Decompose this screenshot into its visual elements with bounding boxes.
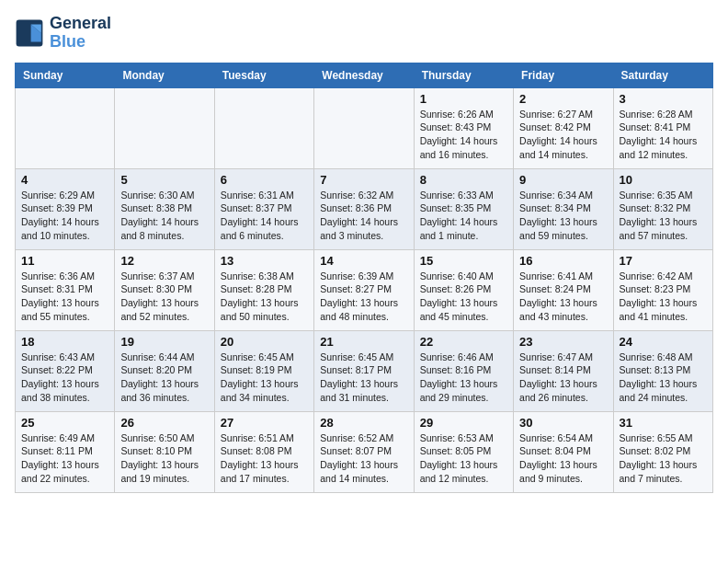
day-detail: Sunrise: 6:31 AM Sunset: 8:37 PM Dayligh… xyxy=(221,189,308,243)
calendar-cell: 12Sunrise: 6:37 AM Sunset: 8:30 PM Dayli… xyxy=(115,249,214,330)
day-detail: Sunrise: 6:48 AM Sunset: 8:13 PM Dayligh… xyxy=(620,350,707,405)
day-number: 7 xyxy=(320,173,407,187)
day-number: 25 xyxy=(21,416,108,430)
day-number: 30 xyxy=(519,416,607,430)
calendar-cell: 18Sunrise: 6:43 AM Sunset: 8:22 PM Dayli… xyxy=(16,330,115,411)
calendar-cell: 5Sunrise: 6:30 AM Sunset: 8:38 PM Daylig… xyxy=(115,168,214,249)
calendar-cell: 26Sunrise: 6:50 AM Sunset: 8:10 PM Dayli… xyxy=(115,411,214,492)
dow-header: Thursday xyxy=(414,63,513,87)
day-detail: Sunrise: 6:33 AM Sunset: 8:35 PM Dayligh… xyxy=(420,189,507,243)
day-number: 6 xyxy=(221,173,308,187)
day-detail: Sunrise: 6:47 AM Sunset: 8:14 PM Dayligh… xyxy=(519,350,607,405)
day-detail: Sunrise: 6:37 AM Sunset: 8:30 PM Dayligh… xyxy=(120,270,208,324)
day-number: 28 xyxy=(320,416,407,430)
calendar-cell: 19Sunrise: 6:44 AM Sunset: 8:20 PM Dayli… xyxy=(115,330,214,411)
day-number: 22 xyxy=(420,335,507,349)
calendar-cell: 29Sunrise: 6:53 AM Sunset: 8:05 PM Dayli… xyxy=(414,411,513,492)
logo-icon xyxy=(15,18,44,48)
day-number: 16 xyxy=(519,254,607,268)
day-detail: Sunrise: 6:40 AM Sunset: 8:26 PM Dayligh… xyxy=(420,270,507,324)
calendar-cell: 10Sunrise: 6:35 AM Sunset: 8:32 PM Dayli… xyxy=(613,168,712,249)
dow-header: Saturday xyxy=(613,63,712,87)
calendar-cell: 2Sunrise: 6:27 AM Sunset: 8:42 PM Daylig… xyxy=(514,87,613,168)
day-number: 5 xyxy=(120,173,208,187)
day-number: 9 xyxy=(519,173,607,187)
calendar-cell: 20Sunrise: 6:45 AM Sunset: 8:19 PM Dayli… xyxy=(214,330,313,411)
calendar-cell: 31Sunrise: 6:55 AM Sunset: 8:02 PM Dayli… xyxy=(613,411,712,492)
calendar-cell: 6Sunrise: 6:31 AM Sunset: 8:37 PM Daylig… xyxy=(214,168,313,249)
day-detail: Sunrise: 6:41 AM Sunset: 8:24 PM Dayligh… xyxy=(519,270,607,324)
calendar-cell xyxy=(314,87,414,168)
day-detail: Sunrise: 6:27 AM Sunset: 8:42 PM Dayligh… xyxy=(519,108,607,162)
day-number: 13 xyxy=(221,254,308,268)
day-detail: Sunrise: 6:42 AM Sunset: 8:23 PM Dayligh… xyxy=(620,270,707,324)
calendar-cell: 13Sunrise: 6:38 AM Sunset: 8:28 PM Dayli… xyxy=(214,249,313,330)
day-number: 31 xyxy=(620,416,707,430)
calendar-cell: 30Sunrise: 6:54 AM Sunset: 8:04 PM Dayli… xyxy=(514,411,613,492)
calendar-cell: 3Sunrise: 6:28 AM Sunset: 8:41 PM Daylig… xyxy=(613,87,712,168)
day-detail: Sunrise: 6:50 AM Sunset: 8:10 PM Dayligh… xyxy=(120,431,208,486)
calendar-cell xyxy=(115,87,214,168)
day-detail: Sunrise: 6:53 AM Sunset: 8:05 PM Dayligh… xyxy=(420,431,507,486)
day-detail: Sunrise: 6:38 AM Sunset: 8:28 PM Dayligh… xyxy=(221,270,308,324)
calendar-cell: 7Sunrise: 6:32 AM Sunset: 8:36 PM Daylig… xyxy=(314,168,414,249)
calendar-cell xyxy=(214,87,313,168)
day-detail: Sunrise: 6:45 AM Sunset: 8:17 PM Dayligh… xyxy=(320,350,407,405)
calendar-cell: 8Sunrise: 6:33 AM Sunset: 8:35 PM Daylig… xyxy=(414,168,513,249)
day-number: 18 xyxy=(21,335,108,349)
day-detail: Sunrise: 6:52 AM Sunset: 8:07 PM Dayligh… xyxy=(320,431,407,486)
dow-header: Friday xyxy=(514,63,613,87)
day-number: 2 xyxy=(519,92,607,106)
dow-header: Wednesday xyxy=(314,63,414,87)
calendar-cell: 4Sunrise: 6:29 AM Sunset: 8:39 PM Daylig… xyxy=(16,168,115,249)
day-detail: Sunrise: 6:34 AM Sunset: 8:34 PM Dayligh… xyxy=(519,189,607,243)
dow-header: Monday xyxy=(115,63,214,87)
calendar-table: SundayMondayTuesdayWednesdayThursdayFrid… xyxy=(15,63,713,493)
logo-text: General Blue xyxy=(50,15,111,52)
day-number: 19 xyxy=(120,335,208,349)
calendar-header: SundayMondayTuesdayWednesdayThursdayFrid… xyxy=(16,63,713,87)
calendar-cell: 17Sunrise: 6:42 AM Sunset: 8:23 PM Dayli… xyxy=(613,249,712,330)
dow-header: Tuesday xyxy=(214,63,313,87)
day-number: 3 xyxy=(620,92,707,106)
day-number: 12 xyxy=(120,254,208,268)
calendar-cell: 22Sunrise: 6:46 AM Sunset: 8:16 PM Dayli… xyxy=(414,330,513,411)
calendar-cell: 15Sunrise: 6:40 AM Sunset: 8:26 PM Dayli… xyxy=(414,249,513,330)
day-number: 15 xyxy=(420,254,507,268)
calendar-cell: 23Sunrise: 6:47 AM Sunset: 8:14 PM Dayli… xyxy=(514,330,613,411)
day-detail: Sunrise: 6:45 AM Sunset: 8:19 PM Dayligh… xyxy=(221,350,308,405)
day-number: 11 xyxy=(21,254,108,268)
day-number: 1 xyxy=(420,92,507,106)
day-number: 27 xyxy=(221,416,308,430)
calendar-cell: 14Sunrise: 6:39 AM Sunset: 8:27 PM Dayli… xyxy=(314,249,414,330)
day-detail: Sunrise: 6:36 AM Sunset: 8:31 PM Dayligh… xyxy=(21,270,108,324)
day-number: 21 xyxy=(320,335,407,349)
calendar-cell xyxy=(16,87,115,168)
day-number: 17 xyxy=(620,254,707,268)
day-number: 20 xyxy=(221,335,308,349)
day-number: 24 xyxy=(620,335,707,349)
calendar-cell: 27Sunrise: 6:51 AM Sunset: 8:08 PM Dayli… xyxy=(214,411,313,492)
calendar-cell: 16Sunrise: 6:41 AM Sunset: 8:24 PM Dayli… xyxy=(514,249,613,330)
day-detail: Sunrise: 6:43 AM Sunset: 8:22 PM Dayligh… xyxy=(21,350,108,405)
day-detail: Sunrise: 6:29 AM Sunset: 8:39 PM Dayligh… xyxy=(21,189,108,243)
day-number: 26 xyxy=(120,416,208,430)
day-detail: Sunrise: 6:39 AM Sunset: 8:27 PM Dayligh… xyxy=(320,270,407,324)
day-detail: Sunrise: 6:28 AM Sunset: 8:41 PM Dayligh… xyxy=(620,108,707,162)
calendar-cell: 21Sunrise: 6:45 AM Sunset: 8:17 PM Dayli… xyxy=(314,330,414,411)
calendar-cell: 24Sunrise: 6:48 AM Sunset: 8:13 PM Dayli… xyxy=(613,330,712,411)
day-detail: Sunrise: 6:54 AM Sunset: 8:04 PM Dayligh… xyxy=(519,431,607,486)
calendar-cell: 1Sunrise: 6:26 AM Sunset: 8:43 PM Daylig… xyxy=(414,87,513,168)
day-detail: Sunrise: 6:49 AM Sunset: 8:11 PM Dayligh… xyxy=(21,431,108,486)
day-detail: Sunrise: 6:30 AM Sunset: 8:38 PM Dayligh… xyxy=(120,189,208,243)
calendar-cell: 28Sunrise: 6:52 AM Sunset: 8:07 PM Dayli… xyxy=(314,411,414,492)
day-detail: Sunrise: 6:32 AM Sunset: 8:36 PM Dayligh… xyxy=(320,189,407,243)
day-number: 14 xyxy=(320,254,407,268)
calendar-cell: 9Sunrise: 6:34 AM Sunset: 8:34 PM Daylig… xyxy=(514,168,613,249)
day-detail: Sunrise: 6:51 AM Sunset: 8:08 PM Dayligh… xyxy=(221,431,308,486)
logo: General Blue xyxy=(15,15,111,52)
day-number: 23 xyxy=(519,335,607,349)
day-detail: Sunrise: 6:55 AM Sunset: 8:02 PM Dayligh… xyxy=(620,431,707,486)
day-detail: Sunrise: 6:46 AM Sunset: 8:16 PM Dayligh… xyxy=(420,350,507,405)
calendar-cell: 11Sunrise: 6:36 AM Sunset: 8:31 PM Dayli… xyxy=(16,249,115,330)
